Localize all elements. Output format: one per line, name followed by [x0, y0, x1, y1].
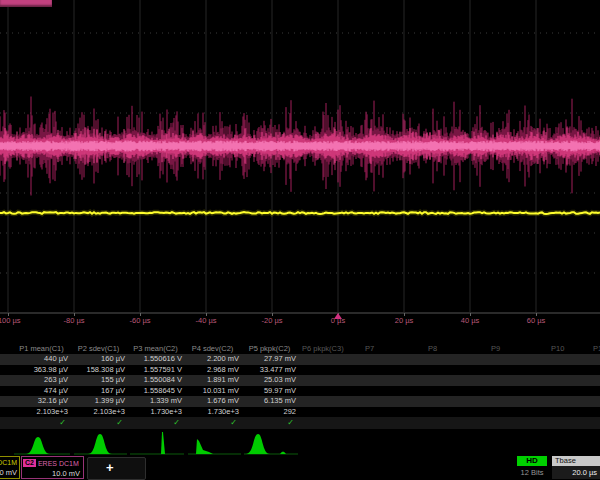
measure-param-header-unused[interactable]: P6 pkpk(C3) — [302, 343, 344, 354]
measure-value: 1.730e+3 — [184, 407, 241, 418]
bit-depth-label: 12 Bits — [512, 468, 552, 477]
status-check-icon: ✓ — [127, 417, 184, 429]
measure-histicons — [0, 430, 600, 456]
measure-value: 1.399 µV — [70, 396, 127, 407]
time-axis-label: -100 µs — [0, 316, 21, 325]
measure-value: 1.676 mV — [184, 396, 241, 407]
measure-param-header[interactable]: P2 sdev(C1) — [70, 343, 127, 354]
timebase-descriptor[interactable]: Tbase 20.0 µs — [552, 456, 600, 479]
histicon — [246, 434, 286, 454]
measure-value: 59.97 mV — [241, 386, 298, 397]
measure-value: 474 µV — [13, 386, 70, 397]
timebase-value: 20.0 µs — [552, 466, 600, 479]
time-axis-label: 40 µs — [461, 316, 480, 325]
measure-value: 2.968 mV — [184, 365, 241, 376]
c2-coupling-label: ERES DC1M — [38, 460, 79, 467]
time-axis-label: -40 µs — [196, 316, 217, 325]
status-check-icon: ✓ — [70, 417, 127, 429]
measure-column-p2: P2 sdev(C1)160 µV158.308 µV155 µV167 µV1… — [70, 343, 127, 429]
time-axis-label: 60 µs — [527, 316, 546, 325]
measure-value: 160 µV — [70, 354, 127, 365]
measure-value: 1.891 mV — [184, 375, 241, 386]
measure-param-header-unused[interactable]: P7 — [365, 343, 374, 354]
measure-column-p5: P5 pkpk(C2)27.97 mV33.477 mV25.03 mV59.9… — [241, 343, 298, 429]
measure-value: 1.339 mV — [127, 396, 184, 407]
measure-param-header-unused[interactable]: P10 — [551, 343, 564, 354]
timebase-title: Tbase — [552, 456, 600, 466]
measure-column-p4: P4 sdev(C2)2.200 mV2.968 mV1.891 mV10.03… — [184, 343, 241, 429]
measure-param-header-unused[interactable]: P11 — [593, 343, 600, 354]
measure-value: 158.308 µV — [70, 365, 127, 376]
measure-value: 25.03 mV — [241, 375, 298, 386]
measure-value: 155 µV — [70, 375, 127, 386]
c1-coupling-label: DC1M — [0, 457, 19, 467]
time-axis-label: -80 µs — [64, 316, 85, 325]
measure-table: P1 mean(C1)440 µV363.98 µV263 µV474 µV32… — [0, 343, 600, 429]
measure-param-header-unused[interactable]: P8 — [428, 343, 437, 354]
histicon — [26, 437, 50, 454]
measure-value: 167 µV — [70, 386, 127, 397]
measure-value: 1.557591 V — [127, 365, 184, 376]
measure-value: 32.16 µV — [13, 396, 70, 407]
histicon — [88, 434, 112, 454]
time-axis-label: -60 µs — [130, 316, 151, 325]
mouse-cursor-icon: + — [106, 461, 114, 474]
clipped-trace-label — [0, 0, 52, 7]
measure-value: 292 — [241, 407, 298, 418]
time-axis-label: 20 µs — [395, 316, 414, 325]
histicon — [161, 432, 165, 454]
status-check-icon: ✓ — [184, 417, 241, 429]
measure-param-header[interactable]: P4 sdev(C2) — [184, 343, 241, 354]
hd-mode-badge[interactable]: HD — [517, 456, 547, 466]
measure-value: 2.200 mV — [184, 354, 241, 365]
oscilloscope-screen: -100 µs-80 µs-60 µs-40 µs-20 µs0 µs20 µs… — [0, 0, 600, 480]
status-check-icon: ✓ — [13, 417, 70, 429]
measure-value: 10.031 mV — [184, 386, 241, 397]
channel-c1-descriptor[interactable]: DC1M 10.0 mV — [0, 456, 20, 479]
time-axis-label: -20 µs — [262, 316, 283, 325]
channel-c2-descriptor[interactable]: C2 ERES DC1M 10.0 mV — [21, 456, 84, 479]
measure-value: 363.98 µV — [13, 365, 70, 376]
measure-value: 440 µV — [13, 354, 70, 365]
measure-value: 1.550616 V — [127, 354, 184, 365]
measure-value: 1.730e+3 — [127, 407, 184, 418]
measure-value: 1.550084 V — [127, 375, 184, 386]
measure-column-p1: P1 mean(C1)440 µV363.98 µV263 µV474 µV32… — [13, 343, 70, 429]
measure-column-p3: P3 mean(C2)1.550616 V1.557591 V1.550084 … — [127, 343, 184, 429]
measure-value: 2.103e+3 — [70, 407, 127, 418]
histicon — [196, 439, 213, 454]
trigger-position-marker — [334, 313, 342, 319]
measure-value: 33.477 mV — [241, 365, 298, 376]
measure-value: 6.135 mV — [241, 396, 298, 407]
measure-value: 1.558645 V — [127, 386, 184, 397]
c2-scale-label: 10.0 mV — [22, 468, 83, 479]
measure-param-header[interactable]: P1 mean(C1) — [13, 343, 70, 354]
measure-value: 27.97 mV — [241, 354, 298, 365]
measure-value: 2.103e+3 — [13, 407, 70, 418]
status-check-icon: ✓ — [241, 417, 298, 429]
empty-descriptor-slot[interactable] — [87, 457, 146, 480]
measure-param-header-unused[interactable]: P9 — [491, 343, 500, 354]
c2-badge: C2 — [23, 459, 36, 467]
waveform-display — [0, 0, 600, 330]
measure-param-header[interactable]: P5 pkpk(C2) — [241, 343, 298, 354]
measure-value: 263 µV — [13, 375, 70, 386]
c1-scale-label: 10.0 mV — [0, 467, 19, 478]
measure-param-header[interactable]: P3 mean(C2) — [127, 343, 184, 354]
